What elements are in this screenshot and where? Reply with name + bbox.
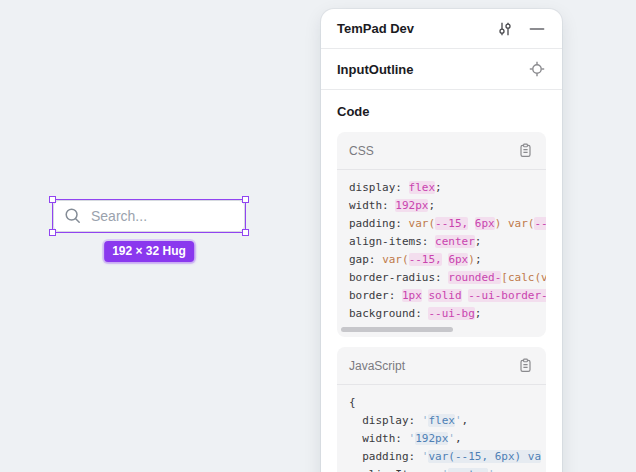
tempad-dev-panel: TemPad Dev InputOutline — [321, 9, 562, 472]
code-line: border-radius: rounded-[calc(v — [349, 269, 546, 287]
code-line: display: flex; — [349, 179, 546, 197]
minimize-icon[interactable] — [526, 18, 548, 40]
javascript-code[interactable]: { display: 'flex', width: '192px', paddi… — [337, 385, 546, 472]
code-line: width: '192px', — [349, 430, 546, 448]
javascript-card-header: JavaScript — [337, 347, 546, 385]
javascript-code-card: JavaScript { display: 'flex', width: '19… — [337, 347, 546, 472]
code-line: padding: 'var(--15, 6px) va — [349, 448, 546, 466]
component-row: InputOutline — [321, 49, 562, 90]
selection-size-badge: 192 × 32 Hug — [104, 241, 194, 262]
selection-handle-top-right[interactable] — [242, 196, 249, 203]
code-line: align-items: center; — [349, 233, 546, 251]
selection-handle-top-left[interactable] — [49, 196, 56, 203]
panel-header-icons — [494, 18, 548, 40]
code-line: { — [349, 394, 546, 412]
panel-body: Code CSS display: flex;width: 192px;padd… — [321, 90, 562, 472]
panel-title: TemPad Dev — [337, 21, 414, 36]
code-line: alignItems: 'center', — [349, 466, 546, 472]
code-line: width: 192px; — [349, 197, 546, 215]
panel-header: TemPad Dev — [321, 9, 562, 49]
clipboard-icon[interactable] — [514, 140, 536, 162]
css-code-card: CSS display: flex;width: 192px;padding: … — [337, 132, 546, 337]
search-placeholder: Search... — [91, 208, 147, 224]
selection-handle-bottom-right[interactable] — [242, 229, 249, 236]
horizontal-scrollbar — [337, 325, 546, 335]
search-input[interactable]: Search... — [53, 200, 245, 232]
css-card-header: CSS — [337, 132, 546, 170]
code-section-title: Code — [337, 104, 546, 119]
selected-component[interactable]: Search... 192 × 32 Hug — [53, 200, 245, 232]
javascript-language-label: JavaScript — [349, 359, 405, 373]
sliders-icon[interactable] — [494, 18, 516, 40]
clipboard-icon[interactable] — [514, 355, 536, 377]
code-line: border: 1px solid --ui-border- — [349, 287, 546, 305]
code-line: gap: var(--15, 6px); — [349, 251, 546, 269]
code-line: padding: var(--15, 6px) var(-- — [349, 215, 546, 233]
code-line: display: 'flex', — [349, 412, 546, 430]
component-name: InputOutline — [337, 62, 414, 77]
code-line: background: --ui-bg; — [349, 305, 546, 323]
selection-handle-bottom-left[interactable] — [49, 229, 56, 236]
scrollbar-thumb[interactable] — [341, 327, 453, 332]
css-language-label: CSS — [349, 144, 374, 158]
crosshair-icon[interactable] — [526, 58, 548, 80]
magnifier-icon — [64, 207, 82, 225]
css-code[interactable]: display: flex;width: 192px;padding: var(… — [337, 170, 546, 325]
